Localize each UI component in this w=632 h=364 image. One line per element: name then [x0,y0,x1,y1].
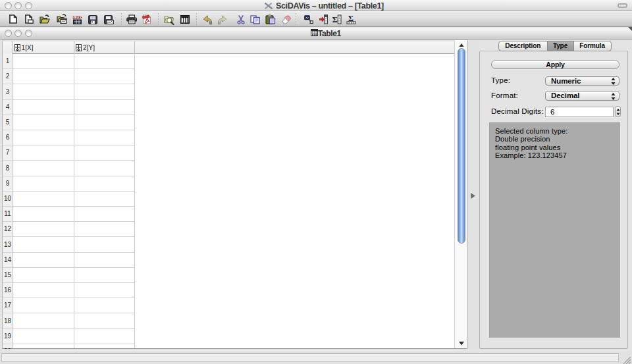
svg-text:Σ: Σ [332,14,338,24]
svg-text:123: 123 [72,14,81,20]
